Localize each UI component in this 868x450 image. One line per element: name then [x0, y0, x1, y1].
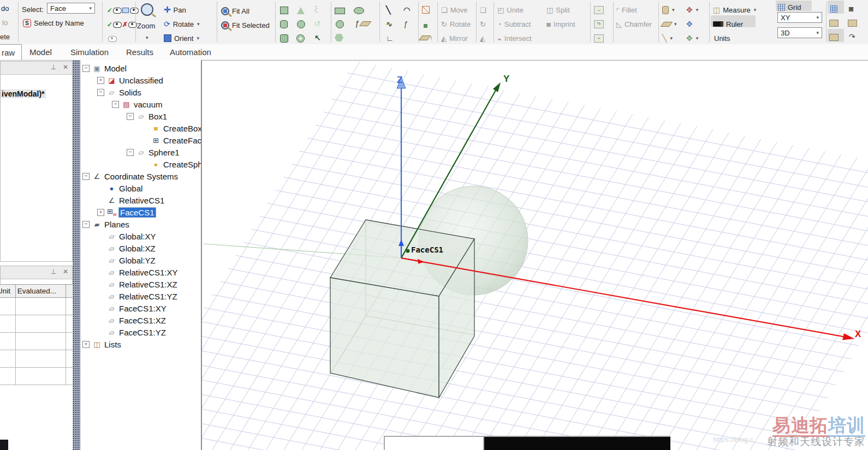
- tree-item-label[interactable]: Coordinate Systems: [104, 172, 178, 181]
- draw-torus-button[interactable]: [297, 32, 304, 44]
- design-node-label[interactable]: ivenModal)*: [1, 89, 46, 98]
- coordinate-entry-field[interactable]: [384, 436, 484, 450]
- tab-model[interactable]: Model: [23, 44, 58, 59]
- tree-item-label[interactable]: vacuum: [134, 100, 163, 109]
- tree-item-planes[interactable]: −▰Planes: [82, 218, 201, 230]
- box1-left-face[interactable]: [330, 278, 439, 398]
- sweep-vector-button[interactable]: →: [594, 4, 604, 16]
- rotate-op-button[interactable]: ↻Rotate: [441, 18, 471, 30]
- draw-circle-button[interactable]: [336, 18, 344, 30]
- tree-item-facecs1[interactable]: +⊞wFaceCS1: [97, 206, 201, 218]
- split-button[interactable]: ◫Split: [546, 4, 570, 16]
- intersect-button[interactable]: ◒Intersect: [497, 32, 532, 44]
- cs-create-button[interactable]: ✥▾: [686, 4, 698, 16]
- tree-item-sphere1[interactable]: −▱Sphere1: [127, 146, 201, 158]
- pan-button[interactable]: ✛Pan: [164, 4, 186, 16]
- tree-item-label[interactable]: Unclassified: [119, 76, 163, 85]
- tree-item-label[interactable]: Model: [104, 64, 127, 73]
- modeler-viewport[interactable]: Z Y X FaceCS1 https://blog.c 易迪拓培训 射频和天线…: [201, 60, 868, 450]
- tab-simulation[interactable]: Simulation: [64, 44, 115, 59]
- grid-toggle[interactable]: Grid: [778, 1, 801, 13]
- collapse-icon[interactable]: −: [112, 101, 119, 108]
- tab-results[interactable]: Results: [120, 44, 160, 59]
- draw-sphere-button[interactable]: [297, 18, 305, 30]
- tree-item-facecs1-xz[interactable]: ▱FaceCS1:XZ: [97, 314, 201, 326]
- tree-item-label[interactable]: FaceCS1:XY: [119, 304, 167, 313]
- equation-curve-button[interactable]: ƒ: [403, 18, 408, 30]
- collapse-icon[interactable]: −: [127, 113, 134, 120]
- draw-arc-button[interactable]: ◠: [403, 4, 410, 16]
- tree-item-unclassified[interactable]: +◪Unclassified: [97, 74, 201, 86]
- draw-polygon-button[interactable]: [335, 32, 343, 44]
- tab-automation[interactable]: Automation: [163, 44, 218, 59]
- tree-item-label[interactable]: Planes: [104, 220, 129, 229]
- expand-icon[interactable]: +: [82, 341, 90, 348]
- snap-box-2-button[interactable]: [848, 17, 857, 29]
- tab-draw[interactable]: raw: [0, 44, 22, 60]
- draw-spline-button[interactable]: ∿: [386, 18, 393, 30]
- draw-box-button[interactable]: [280, 4, 288, 16]
- rotate-view-button[interactable]: ⟳Rotate▾: [164, 18, 200, 30]
- subtract-button[interactable]: ◔Subtract: [497, 18, 531, 30]
- cs-move-button[interactable]: ✥: [686, 18, 693, 30]
- zoom-button[interactable]: [141, 3, 153, 15]
- select-mode-combo[interactable]: Face▾: [47, 3, 95, 14]
- tree-item-label[interactable]: Global: [119, 184, 142, 193]
- equation-surface-button[interactable]: ƒ: [355, 17, 370, 29]
- tree-item-label[interactable]: FaceCS1:YZ: [119, 328, 166, 337]
- tree-item-coordinate-systems[interactable]: −∠Coordinate Systems: [82, 170, 201, 182]
- pin-icon[interactable]: ⊥: [49, 268, 58, 275]
- sweep-axis-button[interactable]: ↷: [594, 18, 604, 30]
- tree-item-label[interactable]: RelativeCS1: [119, 196, 164, 205]
- move-button[interactable]: ❏Move: [441, 4, 467, 16]
- tree-item-global-yz[interactable]: ▱Global:YZ: [97, 254, 201, 266]
- show-selected-button[interactable]: ✓: [107, 4, 122, 16]
- units-button[interactable]: Units: [714, 32, 730, 44]
- tree-item-label[interactable]: Box1: [148, 112, 167, 121]
- tree-item-label[interactable]: CreateSphe: [163, 160, 201, 169]
- tree-item-createsphe[interactable]: ●CreateSphe: [141, 158, 201, 170]
- tree-item-label[interactable]: CreateBox: [163, 124, 201, 133]
- surface-plane-button[interactable]: ▾: [662, 18, 677, 30]
- snap-center-button[interactable]: ◙: [849, 3, 853, 15]
- tree-item-label[interactable]: Global:XZ: [119, 244, 156, 253]
- tree-item-facecs1-xy[interactable]: ▱FaceCS1:XY: [97, 302, 201, 314]
- fit-selected-button[interactable]: Fit Selected: [221, 19, 270, 31]
- draw-cylinder-button[interactable]: [280, 18, 288, 30]
- tree-item-box1[interactable]: −▱Box1: [127, 110, 201, 122]
- draw-rectangle-button[interactable]: [335, 5, 345, 17]
- tree-item-label[interactable]: CreateFaceC: [163, 136, 201, 145]
- tree-item-label[interactable]: RelativeCS1:XY: [119, 268, 178, 277]
- tree-item-label[interactable]: Solids: [119, 88, 141, 97]
- expand-icon[interactable]: +: [97, 209, 104, 216]
- wireframe-box-button[interactable]: [422, 4, 430, 16]
- collapse-icon[interactable]: −: [97, 89, 104, 96]
- tree-item-global-xy[interactable]: ▱Global:XY: [97, 230, 201, 242]
- tree-item-label[interactable]: Lists: [104, 340, 121, 349]
- panel-splitter[interactable]: [73, 60, 80, 450]
- fillet-button[interactable]: ◜Fillet: [616, 4, 637, 16]
- mirror-button[interactable]: ◭Mirror: [441, 32, 468, 44]
- tree-item-model[interactable]: −▣Model: [82, 62, 201, 74]
- cs-scale-button[interactable]: ✥▾: [686, 32, 698, 44]
- box1-object[interactable]: [330, 220, 474, 398]
- tree-item-label[interactable]: Sphere1: [148, 148, 180, 157]
- duplicate-move-button[interactable]: ❑: [480, 4, 486, 16]
- tree-item-label[interactable]: FaceCS1: [119, 208, 156, 217]
- undo-button[interactable]: do: [1, 2, 9, 14]
- draw-polyline-button[interactable]: ∟: [386, 32, 394, 44]
- snap-box-1-button[interactable]: [829, 17, 839, 29]
- tree-item-global[interactable]: ●Global: [97, 182, 201, 194]
- tree-item-label[interactable]: FaceCS1:XZ: [119, 316, 166, 325]
- tree-item-relativecs1-xy[interactable]: ▱RelativeCS1:XY: [97, 266, 201, 278]
- close-icon[interactable]: ✕: [61, 63, 70, 71]
- sweep-path-button[interactable]: ⌁: [594, 32, 604, 44]
- tree-item-global-xz[interactable]: ▱Global:XZ: [97, 242, 201, 254]
- show-window-button[interactable]: [122, 4, 139, 16]
- select-by-name-button[interactable]: S Select by Name: [23, 17, 84, 29]
- plane-normal-button[interactable]: ↑: [420, 32, 433, 44]
- tree-item-createbox[interactable]: ■CreateBox: [141, 122, 201, 134]
- duplicate-mirror-button[interactable]: ◭: [480, 32, 485, 44]
- tree-item-solids[interactable]: −▱Solids: [97, 86, 201, 98]
- tree-item-facecs1-yz[interactable]: ▱FaceCS1:YZ: [97, 326, 201, 338]
